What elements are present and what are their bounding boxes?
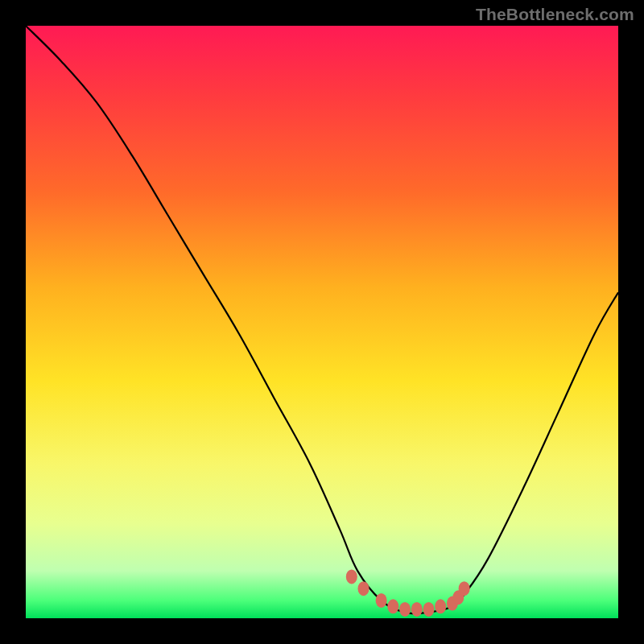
marker-dot <box>411 602 423 617</box>
watermark-text: TheBottleneck.com <box>476 5 634 24</box>
marker-dot <box>423 602 434 617</box>
marker-dot <box>346 569 357 584</box>
bottleneck-curve <box>26 26 618 613</box>
plot-area <box>26 26 618 618</box>
marker-dot <box>376 593 387 608</box>
marker-dot <box>399 602 411 617</box>
chart-svg <box>26 26 618 618</box>
marker-dot <box>459 581 470 596</box>
chart-stage: TheBottleneck.com <box>0 0 644 644</box>
marker-dot <box>435 599 446 613</box>
marker-dot <box>358 581 369 596</box>
marker-dot <box>387 599 398 613</box>
optimal-range-dots <box>346 569 470 616</box>
